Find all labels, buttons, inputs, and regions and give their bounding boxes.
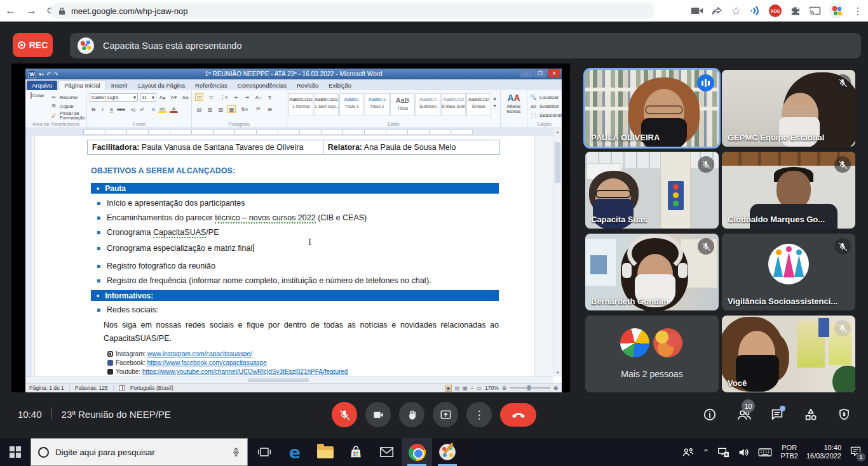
participants-button[interactable]: 10 <box>736 408 750 422</box>
vertical-scrollbar[interactable]: ▴ ▾ <box>553 128 562 376</box>
meeting-details-button[interactable] <box>703 408 717 422</box>
keyboard-icon[interactable] <box>758 448 772 457</box>
address-bar[interactable]: meet.google.com/whp-jcaw-nop <box>51 3 654 19</box>
redo-icon[interactable]: ↷ <box>53 71 58 77</box>
spellcheck-icon[interactable] <box>119 385 125 390</box>
mail-icon[interactable] <box>371 438 402 466</box>
tab-revisao[interactable]: Revisão <box>292 81 323 90</box>
undo-icon[interactable]: ↶ <box>46 71 51 77</box>
grow-font-button[interactable]: A▴ <box>158 93 166 101</box>
zoom-value[interactable]: 170% <box>485 385 499 391</box>
style-titulo[interactable]: AaBTítulo <box>390 93 415 116</box>
select-button[interactable]: ⬚Selecionar <box>529 111 562 119</box>
style-enfase[interactable]: AaBbCcDÊnfase <box>466 93 491 116</box>
clock[interactable]: 10:4016/03/2022 <box>806 444 841 460</box>
numbering-button[interactable]: ≕ <box>207 93 215 101</box>
profile-avatar[interactable] <box>829 3 844 18</box>
start-button[interactable] <box>0 438 31 466</box>
chat-button[interactable] <box>770 408 784 422</box>
change-case-button[interactable]: Aa <box>181 93 189 101</box>
draft-view-icon[interactable]: ▭ <box>477 385 482 391</box>
font-size-select[interactable]: 11▾ <box>140 93 156 102</box>
superscript-button[interactable]: x² <box>138 105 146 113</box>
participant-tile-paula[interactable]: PAULA OLIVEIRA <box>585 70 719 147</box>
line-spacing-button[interactable]: ⇅≡ <box>240 105 248 113</box>
keyboard-language[interactable]: PORPTB2 <box>780 444 798 460</box>
activities-button[interactable] <box>804 408 818 422</box>
host-controls-button[interactable] <box>837 408 851 422</box>
share-icon[interactable] <box>712 6 723 16</box>
align-right-button[interactable]: ▧ <box>217 105 225 113</box>
subscript-button[interactable]: x₂ <box>129 105 137 113</box>
highlight-button[interactable]: ab <box>158 105 166 113</box>
strikethrough-button[interactable]: abc <box>116 105 126 113</box>
paste-button[interactable]: Colar <box>28 93 47 98</box>
print-layout-view-icon[interactable]: ▣ <box>445 385 452 392</box>
scroll-down-icon[interactable]: ▾ <box>553 370 562 375</box>
fullscreen-view-icon[interactable]: ▤ <box>455 385 460 391</box>
web-layout-view-icon[interactable]: ▦ <box>463 385 468 391</box>
shrink-font-button[interactable]: A▾ <box>170 93 178 101</box>
paint3d-icon[interactable] <box>432 438 463 466</box>
cut-button[interactable]: ✂Recortar <box>50 93 78 101</box>
camera-toggle-button[interactable] <box>365 402 391 427</box>
multilevel-list-button[interactable]: ⋮≡ <box>219 93 229 101</box>
font-color-button[interactable]: A <box>170 105 178 113</box>
document-page[interactable]: Facilitadora: Paula Vanusa de Santana Ta… <box>34 136 535 376</box>
underline-button[interactable]: S <box>107 105 116 113</box>
tab-exibicao[interactable]: Exibição <box>323 81 356 90</box>
network-icon[interactable] <box>717 447 729 458</box>
ads-extension-icon[interactable]: ADS <box>769 4 782 17</box>
change-styles-button[interactable]: AA Alterar Estilos <box>501 93 527 114</box>
taskbar-search[interactable]: Digite aqui para pesquisar <box>31 438 248 466</box>
edge-icon[interactable]: e <box>280 438 310 466</box>
tab-referencias[interactable]: Referências <box>190 81 233 90</box>
justify-button[interactable]: ▦ <box>227 105 236 113</box>
mic-toggle-button[interactable] <box>332 402 357 427</box>
sound-extension-icon[interactable] <box>749 5 761 17</box>
participant-tile-vigilancia[interactable]: Vigilância Socioassistenci... <box>722 234 855 310</box>
horizontal-ruler[interactable] <box>25 128 553 136</box>
styles-scroll-up-icon[interactable]: ▴ <box>491 94 499 102</box>
zoom-in-icon[interactable]: ⊕ <box>553 385 558 391</box>
zoom-out-icon[interactable]: ⊖ <box>502 385 506 391</box>
styles-scroll-down-icon[interactable]: ▾ <box>491 102 499 109</box>
language-status[interactable]: Português (Brasil) <box>130 385 173 391</box>
search-mic-icon[interactable] <box>232 447 240 458</box>
tab-arquivo[interactable]: Arquivo <box>27 81 57 90</box>
tab-pagina-inicial[interactable]: Página Inicial <box>58 80 106 90</box>
style-normal[interactable]: AaBbCcDc1 Normal <box>288 93 313 116</box>
extensions-puzzle-icon[interactable] <box>790 6 801 17</box>
browser-menu-icon[interactable]: ⋮ <box>853 5 863 17</box>
italic-button[interactable]: I <box>98 105 107 113</box>
find-button[interactable]: 🔍Localizar <box>529 93 559 101</box>
overflow-tile-more-people[interactable]: Mais 2 pessoas <box>585 316 719 392</box>
participant-tile-clodoaldo[interactable]: Clodoaldo Marques Go... <box>722 152 855 229</box>
tab-inserir[interactable]: Inserir <box>106 81 133 90</box>
save-icon[interactable]: ▾▪ <box>39 71 44 77</box>
leave-call-button[interactable] <box>500 403 536 427</box>
decrease-indent-button[interactable]: ⇤ <box>233 93 241 101</box>
font-family-select[interactable]: Calibri Light▾ <box>90 93 138 102</box>
increase-indent-button[interactable]: ⇥ <box>243 93 251 101</box>
format-painter-button[interactable]: 🖌Pincel de Formatação <box>50 111 86 120</box>
zoom-slider-thumb[interactable] <box>527 385 531 390</box>
link-url[interactable]: https://www.youtube.com/channel/UCOwRIcj… <box>142 368 348 375</box>
bullets-button[interactable]: ≔ <box>195 93 203 101</box>
minimize-button[interactable]: – <box>520 69 532 77</box>
bookmark-star-icon[interactable]: ☆ <box>731 4 741 18</box>
chrome-icon[interactable] <box>402 438 432 466</box>
participant-tile-you[interactable]: Você <box>722 316 855 392</box>
microsoft-store-icon[interactable] <box>341 438 371 466</box>
action-center-button[interactable]: 1 <box>850 446 862 459</box>
hscroll-thumb[interactable] <box>248 378 309 382</box>
word-count[interactable]: Palavras: 125 <box>75 385 108 391</box>
scrollbar-thumb[interactable] <box>555 142 560 183</box>
participant-tile-bernardeth[interactable]: Bernárdeth Gondim <box>585 234 719 310</box>
file-explorer-icon[interactable] <box>310 438 341 466</box>
volume-icon[interactable] <box>738 447 750 458</box>
zoom-slider[interactable] <box>510 387 550 389</box>
back-icon[interactable]: ← <box>5 4 16 17</box>
more-options-button[interactable]: ⋮ <box>466 402 492 427</box>
bold-button[interactable]: N <box>90 105 98 113</box>
